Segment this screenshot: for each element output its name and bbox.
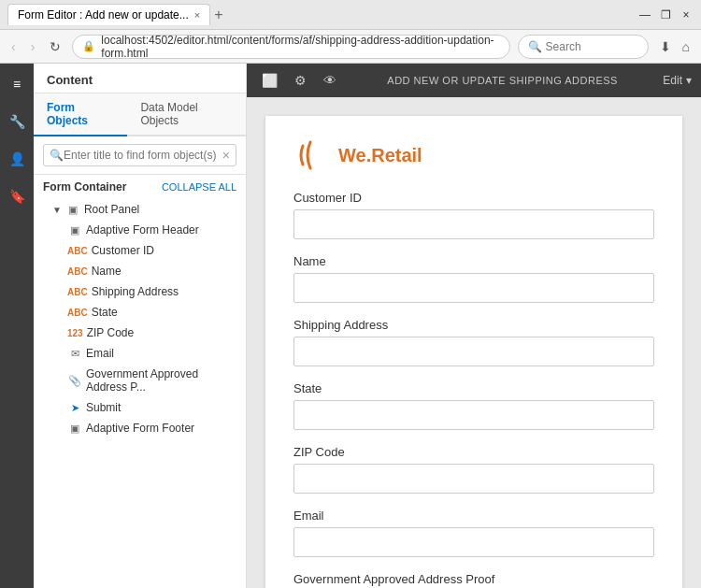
tree-list: ▼ ▣ Root Panel ▣ Adaptive Form Header AB…: [34, 199, 246, 438]
toolbar-settings-button[interactable]: ⚙: [289, 70, 312, 91]
text-field-icon: ABC: [67, 266, 88, 277]
expand-arrow-icon: ▼: [52, 205, 62, 215]
tab-data-model[interactable]: Data Model Objects: [127, 93, 246, 135]
editor-toolbar: ⬜ ⚙ 👁 ADD NEW OR UPDATE SHIPPING ADDRESS…: [247, 64, 701, 97]
form-group-email: Email: [293, 509, 654, 557]
form-group-zip-code: ZIP Code: [293, 445, 654, 494]
brand-logo-icon: [293, 138, 327, 172]
sidebar-search-clear[interactable]: ×: [222, 148, 230, 163]
tree-item-root-panel[interactable]: ▼ ▣ Root Panel: [34, 199, 246, 220]
address-bar: ‹ › ↻ 🔒 localhost:4502/editor.html/conte…: [0, 30, 701, 64]
search-icon: 🔍: [528, 40, 542, 53]
attachment-icon: 📎: [67, 375, 82, 387]
tree-item-email[interactable]: ✉ Email: [34, 343, 246, 364]
form-card: We.Retail Customer ID Name Shipping Addr…: [265, 116, 682, 588]
government-proof-label: Government Approved Address Proof: [293, 572, 654, 586]
shipping-address-input[interactable]: [293, 337, 654, 366]
tree-item-label: State: [92, 306, 118, 319]
sidebar-search-icon: 🔍: [50, 149, 64, 162]
window-controls: — ❐ ×: [637, 7, 694, 22]
edit-label: Edit: [663, 74, 682, 87]
close-button[interactable]: ×: [679, 7, 694, 22]
address-text: localhost:4502/editor.html/content/forms…: [101, 34, 499, 60]
search-box[interactable]: 🔍: [518, 35, 649, 59]
number-field-icon: 123: [67, 328, 83, 338]
toolbar-title: ADD NEW OR UPDATE SHIPPING ADDRESS: [348, 75, 657, 86]
shipping-address-label: Shipping Address: [293, 318, 654, 332]
tab-title: Form Editor : Add new or update...: [18, 8, 189, 22]
tree-item-label: Name: [92, 265, 122, 278]
name-label: Name: [293, 254, 654, 268]
form-group-state: State: [293, 381, 654, 430]
tab-close-button[interactable]: ×: [194, 9, 200, 21]
email-input[interactable]: [293, 527, 654, 557]
tree-item-zip-code[interactable]: 123 ZIP Code: [34, 323, 246, 343]
sidebar-title: Content: [34, 64, 246, 93]
tree-item-government-address[interactable]: 📎 Government Approved Address P...: [34, 364, 246, 397]
edit-button[interactable]: Edit ▾: [663, 74, 692, 87]
tab-form-objects[interactable]: Form Objects: [34, 93, 127, 136]
tree-item-label: Shipping Address: [92, 285, 179, 298]
toolbar-layout-button[interactable]: ⬜: [256, 70, 283, 91]
forward-button[interactable]: ›: [27, 37, 39, 56]
rail-icon-tools[interactable]: 🔧: [4, 108, 30, 135]
text-field-icon: ABC: [67, 308, 88, 318]
sidebar-tabs: Form Objects Data Model Objects: [34, 93, 246, 136]
state-input[interactable]: [293, 400, 654, 430]
sidebar-search-area: 🔍 ×: [34, 136, 246, 175]
tree-item-adaptive-form-header[interactable]: ▣ Adaptive Form Header: [34, 220, 246, 240]
tab-area: Form Editor : Add new or update... × +: [7, 4, 637, 25]
rail-icon-layers[interactable]: ≡: [4, 71, 30, 97]
back-button[interactable]: ‹: [7, 37, 20, 56]
tree-item-adaptive-form-footer[interactable]: ▣ Adaptive Form Footer: [34, 418, 246, 438]
active-tab[interactable]: Form Editor : Add new or update... ×: [7, 4, 210, 25]
tree-item-customer-id[interactable]: ABC Customer ID: [34, 240, 246, 261]
icon-rail: ≡ 🔧 👤 🔖: [0, 64, 34, 588]
download-button[interactable]: ⬇: [656, 37, 675, 56]
lock-icon: 🔒: [82, 40, 95, 52]
browser-actions: ⬇ ⌂: [656, 37, 694, 56]
tree-item-label: Submit: [86, 401, 121, 414]
name-input[interactable]: [293, 273, 654, 303]
sidebar-search-box[interactable]: 🔍 ×: [43, 144, 236, 166]
sidebar-search-input[interactable]: [64, 149, 222, 162]
tree-header: Form Container COLLAPSE ALL: [34, 175, 246, 199]
tree-item-state[interactable]: ABC State: [34, 302, 246, 323]
brand-name: We.Retail: [338, 145, 422, 166]
tree-item-label: ZIP Code: [87, 326, 134, 339]
collapse-all-button[interactable]: COLLAPSE ALL: [162, 181, 236, 193]
search-input[interactable]: [546, 40, 638, 53]
tree-item-shipping-address[interactable]: ABC Shipping Address: [34, 281, 246, 302]
browser-titlebar: Form Editor : Add new or update... × + —…: [0, 0, 701, 30]
email-icon: ✉: [67, 348, 82, 360]
rail-icon-bookmark[interactable]: 🔖: [4, 183, 30, 209]
tree-item-label: Adaptive Form Header: [86, 223, 199, 237]
text-field-icon: ABC: [67, 246, 88, 256]
refresh-button[interactable]: ↻: [46, 37, 64, 56]
home-button[interactable]: ⌂: [679, 37, 694, 56]
email-label: Email: [293, 509, 654, 523]
toolbar-preview-button[interactable]: 👁: [318, 70, 342, 91]
minimize-button[interactable]: —: [637, 7, 652, 22]
customer-id-label: Customer ID: [293, 191, 654, 205]
tree-item-name[interactable]: ABC Name: [34, 261, 246, 281]
new-tab-button[interactable]: +: [214, 7, 222, 23]
form-group-shipping-address: Shipping Address: [293, 318, 654, 366]
sidebar: Content Form Objects Data Model Objects …: [34, 64, 247, 588]
tree-item-label: Email: [86, 347, 114, 360]
form-brand: We.Retail: [293, 138, 654, 172]
adaptive-header-icon: ▣: [67, 224, 82, 237]
tree-item-submit[interactable]: ➤ Submit: [34, 397, 246, 418]
adaptive-footer-icon: ▣: [67, 423, 82, 435]
rail-icon-user[interactable]: 👤: [4, 146, 30, 172]
address-box[interactable]: 🔒 localhost:4502/editor.html/content/for…: [72, 35, 509, 59]
customer-id-input[interactable]: [293, 209, 654, 239]
zip-code-input[interactable]: [293, 464, 654, 494]
tree-item-label: Adaptive Form Footer: [86, 422, 194, 435]
submit-icon: ➤: [67, 402, 82, 414]
form-group-government-proof: Government Approved Address Proof Attach: [293, 572, 654, 588]
main-content: ⬜ ⚙ 👁 ADD NEW OR UPDATE SHIPPING ADDRESS…: [247, 64, 701, 588]
restore-button[interactable]: ❐: [658, 7, 673, 22]
tree-item-label: Government Approved Address P...: [86, 367, 236, 394]
form-canvas: We.Retail Customer ID Name Shipping Addr…: [247, 97, 701, 588]
